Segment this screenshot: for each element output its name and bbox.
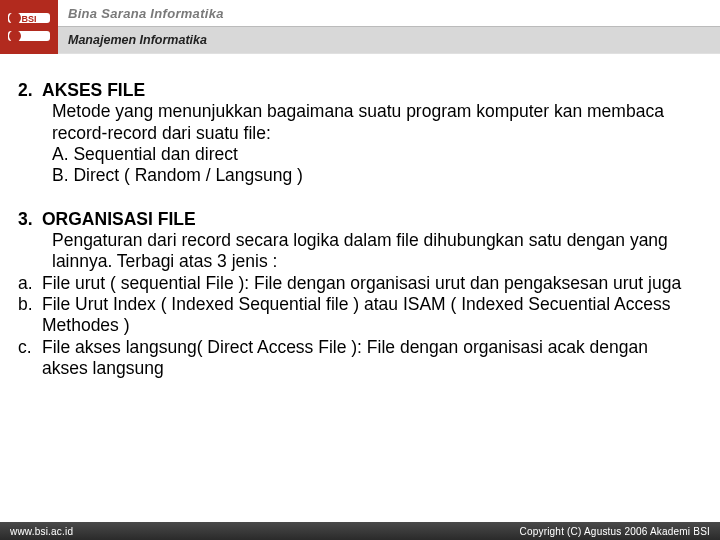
org-name: Bina Sarana Informatika xyxy=(58,0,720,26)
section-organisasi-file: 3. ORGANISASI FILE Pengaturan dari recor… xyxy=(18,209,692,380)
section-number: 3. xyxy=(18,209,42,230)
dept-name: Manajemen Informatika xyxy=(58,26,720,53)
section-akses-file: 2. AKSES FILE Metode yang menunjukkan ba… xyxy=(18,80,692,187)
footer-url: www.bsi.ac.id xyxy=(10,526,73,537)
list-label: b. xyxy=(18,294,42,337)
section-number: 2. xyxy=(18,80,42,101)
list-item: A. Sequential dan direct xyxy=(52,144,692,165)
list-label: a. xyxy=(18,273,42,294)
bsi-logo-icon: BSI xyxy=(6,7,52,47)
section-description: Metode yang menunjukkan bagaimana suatu … xyxy=(52,101,692,144)
slide-footer: www.bsi.ac.id Copyright (C) Agustus 2006… xyxy=(0,522,720,540)
list-label: c. xyxy=(18,337,42,380)
list-item: File Urut Index ( Indexed Sequential fil… xyxy=(42,294,692,337)
list-item: File akses langsung( Direct Access File … xyxy=(42,337,692,380)
section-title: AKSES FILE xyxy=(42,80,145,101)
list-item: B. Direct ( Random / Langsung ) xyxy=(52,165,692,186)
list-item: File urut ( sequential File ): File deng… xyxy=(42,273,692,294)
section-description: Pengaturan dari record secara logika dal… xyxy=(52,230,692,273)
section-title: ORGANISASI FILE xyxy=(42,209,196,230)
slide-header: BSI Bina Sarana Informatika Manajemen In… xyxy=(0,0,720,54)
svg-point-2 xyxy=(9,12,21,24)
svg-text:BSI: BSI xyxy=(21,14,36,24)
svg-point-3 xyxy=(9,30,21,42)
header-titles: Bina Sarana Informatika Manajemen Inform… xyxy=(58,0,720,53)
bsi-logo: BSI xyxy=(0,0,58,54)
slide-content: 2. AKSES FILE Metode yang menunjukkan ba… xyxy=(0,54,720,411)
footer-copyright: Copyright (C) Agustus 2006 Akademi BSI xyxy=(520,526,710,537)
